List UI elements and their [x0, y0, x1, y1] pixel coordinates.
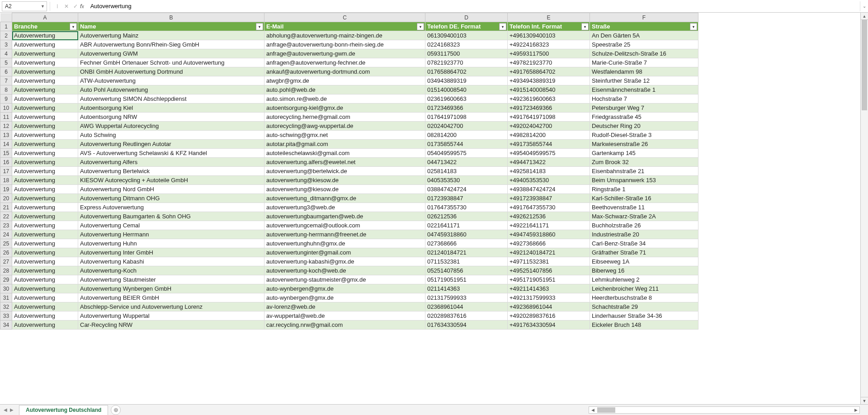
formula-bar: A2 ▼ ⁞ ✕ ✓ fx ⌄: [0, 0, 868, 13]
confirm-icon[interactable]: ✓: [71, 3, 80, 9]
name-box-value: A2: [5, 3, 12, 9]
chevron-down-icon[interactable]: ▼: [41, 4, 45, 9]
cancel-icon[interactable]: ✕: [62, 3, 71, 9]
separator: [50, 2, 50, 11]
dots-icon[interactable]: ⁞: [53, 3, 62, 9]
name-box[interactable]: A2 ▼: [2, 1, 47, 11]
formula-input[interactable]: [88, 1, 860, 11]
fx-icon[interactable]: fx: [80, 3, 84, 9]
expand-formula-bar-icon[interactable]: ⌄: [860, 1, 868, 11]
